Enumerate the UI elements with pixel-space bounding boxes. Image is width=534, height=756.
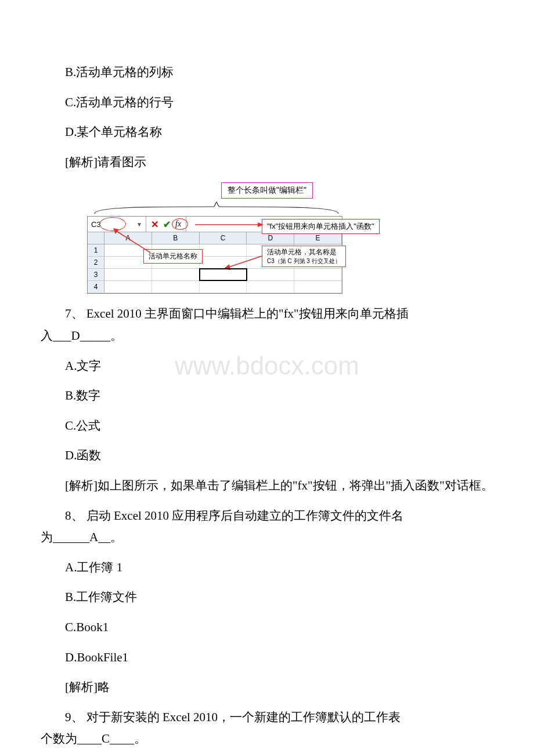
cell (104, 269, 152, 280)
row-header: 4 (88, 281, 104, 293)
q7-option-d: D.函数 (41, 446, 493, 466)
q7-option-b: B.数字 (41, 386, 493, 406)
q7-option-c: C.公式 (41, 416, 493, 436)
cancel-icon: ✕ (151, 219, 158, 230)
q7-analysis: [解析]如上图所示，如果单击了编辑栏上的"fx"按钮，将弹出"插入函数"对话框。 (41, 476, 493, 496)
cell (104, 244, 152, 256)
check-icon: ✔ (163, 219, 171, 230)
option-b: B.活动单元格的列标 (41, 63, 493, 82)
cell (294, 269, 342, 280)
cell (294, 257, 342, 268)
q8-option-c: C.Book1 (41, 618, 493, 638)
cell (294, 281, 342, 293)
formula-input-area (186, 217, 342, 232)
cell (200, 257, 247, 268)
q8-option-a: A.工作簿 1 (41, 558, 493, 578)
cell (200, 244, 247, 256)
q7-line2: 入___D_____。 (41, 326, 493, 346)
cell (152, 257, 200, 268)
brace-icon (92, 201, 341, 215)
diagram-title-box: 整个长条叫做"编辑栏" (221, 182, 313, 199)
select-all-corner (88, 232, 104, 244)
col-header: D (247, 232, 294, 244)
cell (152, 281, 200, 293)
cell (104, 257, 152, 268)
cell (294, 244, 342, 256)
cell (104, 281, 152, 293)
cell (247, 269, 294, 280)
q8-option-b: B.工作簿文件 (41, 588, 493, 607)
col-header: B (152, 232, 200, 244)
option-c: C.活动单元格的行号 (41, 93, 493, 113)
name-box: C3 ▼ (88, 217, 146, 232)
col-header: C (200, 232, 247, 244)
row-header: 1 (88, 244, 104, 256)
excel-grid-mock: C3 ▼ ✕ ✔ fx A B C (87, 216, 342, 294)
table-row: 3 (88, 269, 342, 281)
q8-line1: 8、 启动 Excel 2010 应用程序后自动建立的工作簿文件的文件名 (41, 506, 493, 526)
formula-bar-diagram: 整个长条叫做"编辑栏" C3 ▼ ✕ ✔ fx (87, 182, 447, 294)
name-box-text: C3 (88, 220, 104, 229)
cell (247, 244, 294, 256)
cell (152, 244, 200, 256)
q9-line1: 9、 对于新安装的 Excel 2010，一个新建的工作簿默认的工作表 (41, 708, 493, 728)
row-header: 3 (88, 269, 104, 280)
row-header: 2 (88, 257, 104, 268)
table-row: 4 (88, 281, 342, 293)
cell (247, 257, 294, 268)
active-cell (200, 269, 247, 280)
q8-analysis: [解析]略 (41, 678, 493, 697)
analysis-6: [解析]请看图示 (41, 153, 493, 172)
formula-bar-row: C3 ▼ ✕ ✔ fx (88, 217, 342, 232)
q7-line1: 7、 Excel 2010 主界面窗口中编辑栏上的"fx"按钮用来向单元格插 (41, 304, 493, 324)
table-row: 1 (88, 244, 342, 257)
cell (200, 281, 247, 293)
col-header: E (294, 232, 342, 244)
option-d: D.某个单元格名称 (41, 123, 493, 142)
col-header: A (104, 232, 152, 244)
dropdown-arrow-icon: ▼ (136, 221, 142, 228)
q8-line2: 为______A__。 (41, 528, 493, 548)
q9-line2: 个数为____C____。 (41, 729, 493, 749)
fx-icon-group: ✕ ✔ fx (146, 217, 186, 232)
q8-option-d: D.BookFile1 (41, 648, 493, 668)
cell (247, 281, 294, 293)
fx-icon: fx (175, 219, 181, 229)
table-row: 2 (88, 257, 342, 269)
cell (152, 269, 200, 280)
q7-option-a: A.文字 (41, 357, 493, 376)
fx-label: fx (175, 219, 181, 228)
column-headers-row: A B C D E (88, 232, 342, 244)
page-content: B.活动单元格的列标 C.活动单元格的行号 D.某个单元格名称 [解析]请看图示… (0, 0, 534, 756)
